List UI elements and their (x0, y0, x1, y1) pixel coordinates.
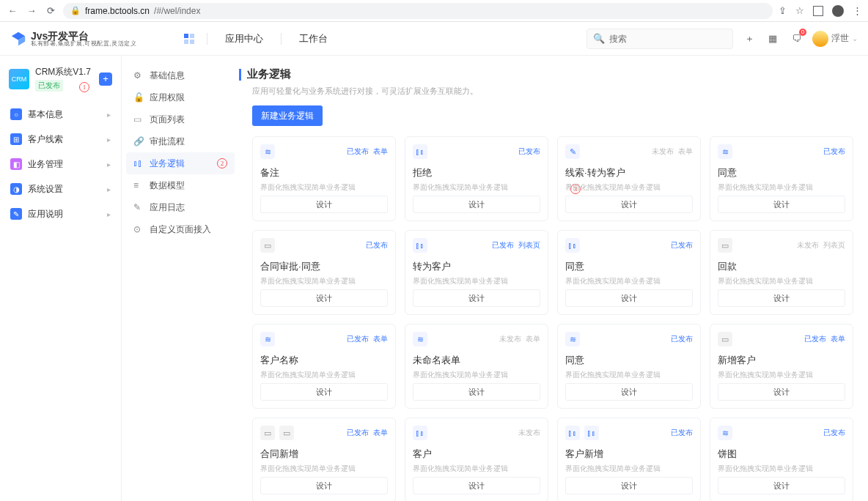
design-button[interactable]: 设计 (718, 477, 845, 494)
card-tag: 未发布 (499, 334, 521, 344)
card-tag: 表单 (678, 146, 693, 157)
chevron-right-icon: ▸ (107, 185, 111, 193)
sub-menu-item[interactable]: ✎应用日志 (122, 196, 239, 218)
app-selector[interactable]: CRM CRM系统V1.7 已发布 + (0, 62, 121, 96)
design-button[interactable]: 设计 (260, 477, 388, 494)
sidebar-item[interactable]: ◑系统设置▸ (0, 177, 121, 201)
card-tag: 已发布 (366, 240, 388, 250)
sidebar-item[interactable]: ○基本信息▸ (0, 102, 121, 127)
nav-workbench[interactable]: 工作台 (299, 32, 328, 45)
logo-icon (10, 31, 26, 47)
card-title: 转为客户 (413, 260, 540, 273)
url-domain: frame.bctools.cn (85, 6, 150, 16)
sub-menu-item[interactable]: 🔓应用权限 (122, 86, 239, 108)
logic-card[interactable]: ⫿⫾已发布 拒绝 界面化拖拽实现简单业务逻辑 设计 (405, 136, 548, 221)
stop-icon[interactable] (813, 6, 823, 16)
card-tag: 未发布 (797, 240, 819, 250)
add-app-button[interactable]: + (99, 73, 112, 86)
nav-app-center[interactable]: 应用中心 (225, 32, 263, 45)
design-button[interactable]: 设计 (718, 196, 845, 213)
back-icon[interactable]: ← (6, 5, 19, 16)
card-tag: 表单 (373, 146, 388, 157)
share-icon[interactable]: ⇪ (779, 5, 787, 16)
logic-card[interactable]: ⫿⫾未发布 客户 界面化拖拽实现简单业务逻辑 设计 (405, 417, 548, 501)
user-menu[interactable]: 浮世 ⌄ (812, 31, 858, 47)
layers-icon: ≋ (413, 332, 427, 346)
card-desc: 界面化拖拽实现简单业务逻辑 (413, 276, 540, 289)
design-button[interactable]: 设计 (565, 383, 693, 401)
logo[interactable]: Jvs开发平台 私有部署,集成扩展,可视配置,灵活定义 (10, 31, 136, 47)
logic-card[interactable]: ≋已发布 同意 界面化拖拽实现简单业务逻辑 设计 (557, 324, 701, 409)
card-title: 回款 (718, 260, 845, 273)
logic-card[interactable]: ⫿⫾已发布 同意 界面化拖拽实现简单业务逻辑 设计 (557, 230, 701, 315)
sub-menu-item[interactable]: ⊙自定义页面接入 (122, 218, 239, 240)
menu-icon: ◧ (10, 158, 22, 170)
star-icon[interactable]: ☆ (795, 5, 804, 16)
design-button[interactable]: 设计 (565, 196, 693, 213)
profile-icon[interactable] (832, 5, 844, 17)
card-desc: 界面化拖拽实现简单业务逻辑 (260, 464, 388, 477)
notifications-icon[interactable]: 🗨0 (789, 31, 803, 46)
logic-card[interactable]: ⫿⫾⫿⫾已发布 客户新增 界面化拖拽实现简单业务逻辑 设计 (557, 417, 701, 501)
search-input[interactable]: 🔍 (586, 29, 733, 49)
design-button[interactable]: 设计 (718, 289, 845, 307)
design-button[interactable]: 设计 (260, 196, 388, 213)
card-title: 同意 (565, 354, 693, 367)
reload-icon[interactable]: ⟳ (44, 5, 57, 16)
apps-icon[interactable] (183, 33, 195, 45)
layers-icon: ≋ (260, 144, 275, 159)
new-logic-button[interactable]: 新建业务逻辑 (252, 105, 323, 126)
logic-card[interactable]: ▭已发布表单 新增客户 界面化拖拽实现简单业务逻辑 设计 (710, 324, 853, 409)
stack-icon: ≡ (133, 180, 144, 190)
app-thumbnail: CRM (9, 69, 29, 89)
design-button[interactable]: 设计 (413, 196, 540, 213)
card-desc: 界面化拖拽实现简单业务逻辑 (718, 182, 845, 196)
sidebar-item[interactable]: ◧业务管理▸ (0, 152, 121, 177)
card-tag: 已发布 (347, 334, 369, 344)
logic-card[interactable]: ▭已发布 合同审批·同意 界面化拖拽实现简单业务逻辑 设计 (252, 230, 396, 315)
forward-icon[interactable]: → (25, 5, 38, 16)
doc-icon: ▭ (718, 332, 732, 346)
pen-icon: ✎ (565, 144, 580, 159)
logic-card[interactable]: ▭未发布列表页 回款 界面化拖拽实现简单业务逻辑 设计 (710, 230, 853, 315)
logic-card[interactable]: ≋未发布表单 未命名表单 界面化拖拽实现简单业务逻辑 设计 (405, 324, 548, 409)
design-button[interactable]: 设计 (718, 383, 845, 401)
card-desc: 界面化拖拽实现简单业务逻辑 (413, 464, 540, 477)
design-button[interactable]: 设计 (413, 289, 540, 307)
design-button[interactable]: 设计 (260, 289, 388, 307)
url-bar[interactable]: 🔒 frame.bctools.cn/#/wel/index (63, 3, 773, 19)
design-button[interactable]: 设计 (565, 477, 693, 494)
logic-card[interactable]: ≋已发布 饼图 界面化拖拽实现简单业务逻辑 设计 (710, 417, 853, 501)
design-button[interactable]: 设计 (565, 289, 693, 307)
sub-menu-item[interactable]: ⚙基础信息 (122, 64, 239, 86)
sub-menu-item[interactable]: ≡数据模型 (122, 174, 239, 196)
card-desc: 界面化拖拽实现简单业务逻辑 (413, 182, 540, 196)
chevron-right-icon: ▸ (107, 210, 111, 218)
sub-menu-item[interactable]: ▭页面列表 (122, 108, 239, 130)
card-desc: 界面化拖拽实现简单业务逻辑 (565, 276, 693, 289)
design-button[interactable]: 设计 (413, 477, 540, 494)
sidebar-primary: CRM CRM系统V1.7 已发布 + 1 ○基本信息▸⊞客户线索▸◧业务管理▸… (0, 56, 122, 501)
doc-icon: ▭ (279, 426, 294, 440)
logic-card[interactable]: ▭▭已发布表单 合同新增 界面化拖拽实现简单业务逻辑 设计 (252, 417, 396, 501)
sub-menu-item[interactable]: 🔗审批流程 (122, 130, 239, 152)
sub-menu-item[interactable]: ⫾⫿业务逻辑2 (126, 152, 235, 174)
card-title: 同意 (565, 260, 693, 273)
logic-card[interactable]: ≋已发布表单 客户名称 界面化拖拽实现简单业务逻辑 设计 (252, 324, 396, 409)
menu-icon: ◑ (10, 183, 22, 195)
design-button[interactable]: 设计 (260, 383, 388, 401)
sidebar-item[interactable]: ✎应用说明▸ (0, 201, 121, 226)
logic-card[interactable]: ✎未发布表单 线索·转为客户 界面化拖拽实现简单业务逻辑 设计 (557, 136, 701, 221)
sidebar-item[interactable]: ⊞客户线索▸ (0, 127, 121, 152)
chevron-down-icon: ⌄ (852, 34, 858, 42)
logic-card[interactable]: ≋已发布 同意 界面化拖拽实现简单业务逻辑 设计 (710, 136, 853, 221)
logic-card[interactable]: ≋已发布表单 备注 界面化拖拽实现简单业务逻辑 设计 (252, 136, 396, 221)
design-button[interactable]: 设计 (413, 383, 540, 401)
browser-chrome: ← → ⟳ 🔒 frame.bctools.cn/#/wel/index ⇪ ☆… (0, 0, 868, 22)
kebab-icon[interactable]: ⋮ (853, 5, 862, 16)
grid-icon[interactable]: ▦ (765, 31, 780, 46)
menu-icon: ⊞ (10, 133, 22, 145)
add-icon[interactable]: ＋ (742, 31, 757, 46)
card-desc: 界面化拖拽实现简单业务逻辑 (260, 276, 388, 289)
logic-card[interactable]: ⫿⫾已发布列表页 转为客户 界面化拖拽实现简单业务逻辑 设计 (405, 230, 548, 315)
